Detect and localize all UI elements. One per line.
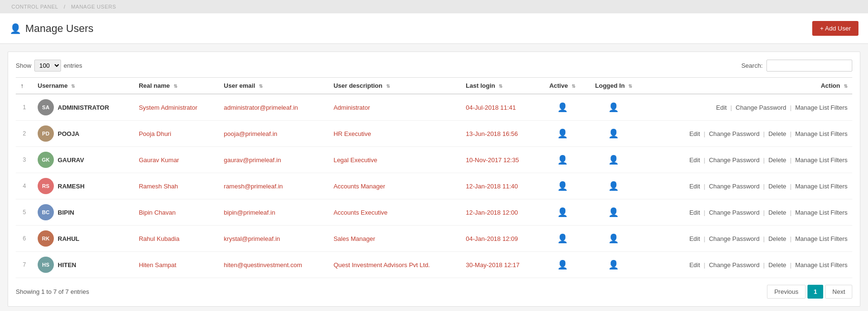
cell-realname: Rahul Kubadia (134, 226, 219, 252)
cell-description: HR Executive (329, 121, 461, 147)
search-input[interactable] (766, 60, 852, 72)
cell-loggedin: 👤 (584, 252, 643, 278)
action-edit[interactable]: Edit (689, 156, 700, 164)
loggedin-person-icon: 👤 (608, 234, 619, 243)
page-number[interactable]: 1 (807, 285, 823, 299)
breadcrumb-separator: / (64, 4, 66, 10)
email: administrator@primeleaf.in (224, 104, 298, 111)
cell-email: pooja@primeleaf.in (219, 121, 329, 147)
breadcrumb-root: CONTROL PANEL (11, 4, 58, 10)
action-edit[interactable]: Edit (716, 104, 726, 111)
action-manage-list-filters[interactable]: Manage List Filters (795, 156, 848, 164)
action-manage-list-filters[interactable]: Manage List Filters (795, 130, 848, 137)
cell-active: 👤 (540, 199, 584, 226)
action-edit[interactable]: Edit (689, 235, 700, 242)
action-delete[interactable]: Delete (768, 235, 786, 242)
action-change-password[interactable]: Change Password (709, 209, 759, 216)
real-name: Hiten Sampat (139, 261, 176, 269)
action-delete[interactable]: Delete (768, 261, 786, 269)
action-manage-list-filters[interactable]: Manage List Filters (795, 183, 848, 190)
description: HR Executive (334, 130, 371, 137)
action-edit[interactable]: Edit (689, 209, 700, 216)
next-button[interactable]: Next (825, 285, 852, 299)
loggedin-person-icon: 👤 (608, 207, 619, 217)
cell-actions: Edit | Change Password | Delete | Manage… (643, 199, 852, 226)
table-row: 3 GK GAURAV Gaurav Kumargaurav@primeleaf… (16, 147, 852, 173)
last-login: 12-Jan-2018 11:40 (466, 183, 518, 190)
cell-actions: Edit | Change Password | Delete | Manage… (643, 226, 852, 252)
cell-email: ramesh@primeleaf.in (219, 173, 329, 199)
action-change-password[interactable]: Change Password (709, 261, 759, 269)
table-row: 7 HS HITEN Hiten Sampathiten@questinvest… (16, 252, 852, 278)
col-loggedin: Logged In ⇅ (584, 78, 643, 94)
action-change-password[interactable]: Change Password (709, 156, 759, 164)
action-edit[interactable]: Edit (689, 261, 700, 269)
users-table: ↑ Username ⇅ Real name ⇅ User email ⇅ Us… (16, 77, 852, 278)
table-row: 6 RK RAHUL Rahul Kubadiakrystal@primelea… (16, 226, 852, 252)
loggedin-person-icon: 👤 (608, 260, 619, 270)
action-separator: | (788, 209, 794, 216)
action-delete[interactable]: Delete (768, 156, 786, 164)
description: Accounts Manager (334, 183, 385, 190)
cell-lastlogin: 04-Jul-2018 11:41 (461, 94, 540, 121)
description: Legal Executive (334, 156, 378, 164)
avatar: SA (38, 99, 54, 115)
col-username: Username ⇅ (33, 78, 134, 94)
last-login: 04-Jan-2018 12:09 (466, 235, 518, 242)
sort-username-icon: ⇅ (71, 83, 75, 89)
username-text: POOJA (58, 130, 80, 137)
action-separator: | (761, 209, 766, 216)
action-manage-list-filters[interactable]: Manage List Filters (795, 235, 848, 242)
action-separator: | (761, 156, 766, 164)
action-separator: | (788, 261, 794, 269)
email: hiten@questinvestment.com (224, 261, 302, 269)
previous-button[interactable]: Previous (767, 285, 806, 299)
action-separator: | (788, 235, 794, 242)
action-separator: | (788, 130, 794, 137)
cell-loggedin: 👤 (584, 94, 643, 121)
action-edit[interactable]: Edit (689, 130, 700, 137)
loggedin-person-icon: 👤 (608, 103, 619, 112)
real-name: System Administrator (139, 104, 197, 111)
row-num: 1 (16, 94, 33, 121)
last-login: 13-Jun-2018 16:56 (466, 130, 518, 137)
table-row: 2 PD POOJA Pooja Dhuripooja@primeleaf.in… (16, 121, 852, 147)
action-manage-list-filters[interactable]: Manage List Filters (795, 261, 848, 269)
active-person-icon: 👤 (557, 234, 568, 243)
action-change-password[interactable]: Change Password (735, 104, 786, 111)
action-manage-list-filters[interactable]: Manage List Filters (795, 209, 848, 216)
cell-actions: Edit | Change Password | Delete | Manage… (643, 121, 852, 147)
action-delete[interactable]: Delete (768, 130, 786, 137)
loggedin-person-icon: 👤 (608, 129, 619, 138)
action-separator: | (761, 130, 766, 137)
action-manage-list-filters[interactable]: Manage List Filters (795, 104, 848, 111)
col-num: ↑ (16, 78, 33, 94)
sort-loggedin-icon: ⇅ (628, 83, 632, 89)
last-login: 04-Jul-2018 11:41 (466, 104, 516, 111)
username-text: GAURAV (58, 156, 84, 164)
action-delete[interactable]: Delete (768, 183, 786, 190)
cell-description: Legal Executive (329, 147, 461, 173)
col-description: User description ⇅ (329, 78, 461, 94)
email: gaurav@primeleaf.in (224, 156, 281, 164)
cell-username: SA ADMINISTRATOR (33, 94, 134, 121)
add-user-button[interactable]: + Add User (812, 21, 858, 36)
cell-active: 👤 (540, 173, 584, 199)
col-realname: Real name ⇅ (134, 78, 219, 94)
action-change-password[interactable]: Change Password (709, 130, 759, 137)
real-name: Ramesh Shah (139, 183, 178, 190)
action-separator: | (702, 156, 707, 164)
action-edit[interactable]: Edit (689, 183, 700, 190)
action-delete[interactable]: Delete (768, 209, 786, 216)
row-num: 6 (16, 226, 33, 252)
action-change-password[interactable]: Change Password (709, 235, 759, 242)
col-lastlogin: Last login ⇅ (461, 78, 540, 94)
cell-active: 👤 (540, 147, 584, 173)
action-separator: | (702, 235, 707, 242)
action-change-password[interactable]: Change Password (709, 183, 759, 190)
entries-select[interactable]: 10 25 50 100 (34, 60, 61, 72)
cell-realname: Gaurav Kumar (134, 147, 219, 173)
active-person-icon: 👤 (557, 103, 568, 112)
cell-realname: Ramesh Shah (134, 173, 219, 199)
action-separator: | (702, 183, 707, 190)
